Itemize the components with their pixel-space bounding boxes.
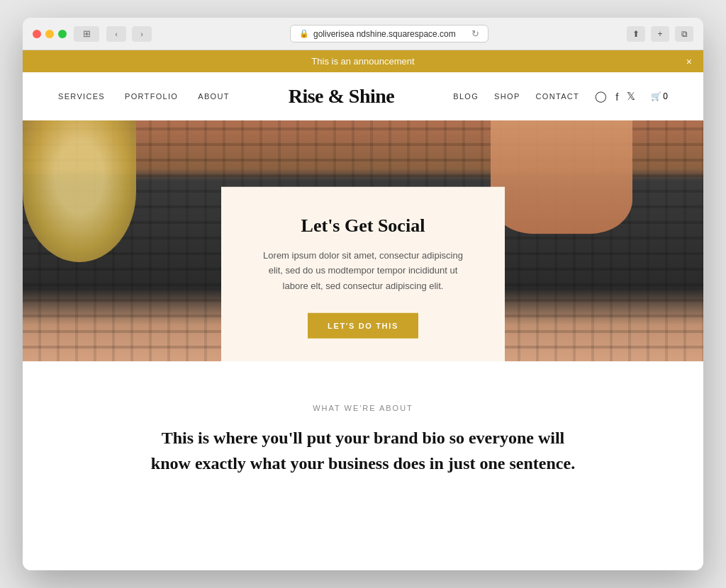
nav-item-shop[interactable]: SHOP: [494, 92, 520, 101]
hero-coffee-decoration: [23, 120, 136, 262]
close-button[interactable]: [33, 30, 41, 38]
about-headline: This is where you'll put your brand bio …: [143, 425, 583, 476]
announcement-text: This is an announcement: [311, 56, 414, 67]
browser-actions: ⬆ + ⧉: [627, 26, 693, 42]
hero-card-title: Let's Get Social: [257, 215, 469, 237]
browser-controls: ‹ ›: [106, 26, 152, 42]
lock-icon: 🔒: [299, 29, 309, 38]
nav-right: BLOG SHOP CONTACT ◯ f 𝕏 🛒 0: [453, 90, 668, 103]
fullscreen-button[interactable]: [58, 30, 67, 38]
forward-button[interactable]: ›: [132, 26, 152, 42]
sidebar-toggle-button[interactable]: ⊞: [74, 26, 99, 42]
nav-left: SERVICES PORTFOLIO ABOUT: [58, 92, 230, 101]
url-display: goliverisea ndshine.squarespace.com: [313, 29, 456, 39]
hero-cta-button[interactable]: LET'S DO THIS: [308, 313, 418, 339]
nav-item-contact[interactable]: CONTACT: [536, 92, 580, 101]
nav-item-portfolio[interactable]: PORTFOLIO: [125, 92, 178, 101]
address-bar[interactable]: 🔒 goliverisea ndshine.squarespace.com ↻: [290, 25, 488, 43]
cart-count: 0: [663, 91, 668, 101]
browser-window: ⊞ ‹ › 🔒 goliverisea ndshine.squarespace.…: [23, 18, 703, 570]
nav-item-about[interactable]: ABOUT: [198, 92, 230, 101]
tabs-button[interactable]: ⧉: [675, 26, 693, 42]
navigation: SERVICES PORTFOLIO ABOUT Rise & Shine BL…: [23, 72, 703, 120]
site-logo[interactable]: Rise & Shine: [230, 85, 453, 108]
cart-icon-symbol: 🛒: [651, 91, 661, 101]
hero-section: Let's Get Social Lorem ipsum dolor sit a…: [23, 120, 703, 361]
nav-social-links: ◯ f 𝕏: [595, 90, 635, 103]
hero-card-body: Lorem ipsum dolor sit amet, consectur ad…: [257, 248, 469, 293]
hero-hand-decoration: [491, 120, 632, 234]
new-tab-button[interactable]: +: [651, 26, 669, 42]
back-button[interactable]: ‹: [106, 26, 126, 42]
website-content: This is an announcement × SERVICES PORTF…: [23, 50, 703, 570]
nav-item-blog[interactable]: BLOG: [453, 92, 479, 101]
nav-item-services[interactable]: SERVICES: [58, 92, 105, 101]
traffic-lights: [33, 30, 67, 38]
minimize-button[interactable]: [45, 30, 54, 38]
facebook-icon[interactable]: f: [615, 91, 618, 103]
browser-chrome: ⊞ ‹ › 🔒 goliverisea ndshine.squarespace.…: [23, 18, 703, 50]
twitter-icon[interactable]: 𝕏: [627, 90, 635, 103]
instagram-icon[interactable]: ◯: [595, 90, 607, 103]
about-section: WHAT WE'RE ABOUT This is where you'll pu…: [23, 361, 703, 504]
address-bar-container: 🔒 goliverisea ndshine.squarespace.com ↻: [159, 25, 620, 43]
announcement-bar: This is an announcement ×: [23, 50, 703, 72]
share-button[interactable]: ⬆: [627, 26, 645, 42]
about-label: WHAT WE'RE ABOUT: [58, 404, 668, 412]
reload-icon[interactable]: ↻: [471, 28, 479, 39]
hero-card: Let's Get Social Lorem ipsum dolor sit a…: [221, 187, 505, 361]
cart-button[interactable]: 🛒 0: [651, 91, 668, 101]
announcement-close-button[interactable]: ×: [686, 56, 692, 67]
